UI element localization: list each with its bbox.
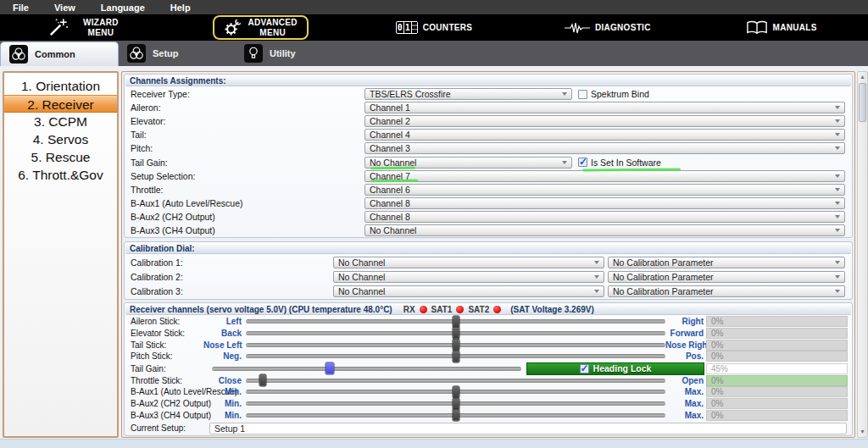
chevron-down-icon [835,147,840,150]
wand-icon [47,16,70,39]
receiver-type-dropdown[interactable]: TBS/ELRS Crossfire [364,88,572,100]
tab-utility[interactable]: Utility [236,41,354,66]
nav-advanced-menu[interactable]: ADVANCED MENU [174,14,348,41]
calibration-3-label: Calibration 3: [125,286,333,296]
tail-stick-label: Tail Stick: [125,340,203,350]
pitch-channel-dropdown[interactable]: Channel 3 [364,142,845,154]
sidebar-item-orientation[interactable]: 1. Orientation [4,77,117,95]
receiver-channels-group: Receiver channels (servo voltage 5.0V) (… [124,302,853,436]
sidebar-item-servos[interactable]: 4. Servos [4,130,117,148]
tail-stick-row: Tail Stick: Nose Left Nose Right 0% [125,339,852,351]
pitch-row: Pitch: Channel 3 [125,141,852,155]
pitch-stick-slider[interactable] [246,354,665,358]
b-aux1-slider[interactable] [246,390,665,394]
nav-manuals[interactable]: MANUALS [694,14,868,41]
calibration-2-channel-dropdown[interactable]: No Channel [333,271,604,283]
b-aux1-channel-dropdown[interactable]: Channel 8 [364,197,845,209]
calibration-3-channel-dropdown[interactable]: No Channel [333,285,604,297]
tab-common[interactable]: Common [0,41,119,66]
application-window: File View Language Help WIZARD MENU [0,0,868,448]
heading-lock-checkbox[interactable]: ✓ [580,364,589,373]
gear-wrench-icon [222,17,243,38]
b-aux3-value: 0% [706,410,848,421]
slider-handle[interactable] [452,350,459,362]
tab-utility-label: Utility [270,48,296,58]
calibration-1-channel-dropdown[interactable]: No Channel [333,257,604,268]
heading-lock-bar: ✓ Heading Lock [526,362,704,375]
nav-wizard-menu[interactable]: WIZARD MENU [0,14,174,41]
calibration-1-parameter-dropdown[interactable]: No Calibration Parameter [608,257,845,268]
spektrum-bind-label: Spektrum Bind [591,89,649,99]
channels-assignments-group: Channels Assignments: Receiver Type: TBS… [124,74,853,238]
menu-language[interactable]: Language [101,3,145,13]
throttle-stick-slider[interactable] [246,379,665,383]
elevator-stick-slider[interactable] [246,331,665,335]
menu-help[interactable]: Help [170,3,191,13]
calibration-dial-header: Calibration Dial: [125,243,851,254]
tail-channel-dropdown[interactable]: Channel 4 [364,129,845,141]
nav-counters[interactable]: 0 1 COUNTERS [348,14,521,41]
menu-file[interactable]: File [13,3,29,13]
setup-selection-row: Setup Selection: Channel 7 [125,169,852,183]
pitch-stick-label: Pitch Stick: [125,351,203,361]
b-aux3-slider[interactable] [246,413,665,418]
vertical-scrollbar[interactable]: ▲ ▼ [857,71,868,438]
elevator-label: Elevator: [125,116,364,126]
throttle-channel-dropdown[interactable]: Channel 6 [364,184,845,196]
current-setup-input[interactable]: Setup 1 [209,423,847,434]
setup-selection-dropdown[interactable]: Channel 7 [364,170,845,182]
pitch-max-label: Pos. [665,351,704,361]
menu-bar: File View Language Help [0,0,868,14]
chevron-down-icon [835,229,840,232]
calibration-3-parameter-dropdown[interactable]: No Calibration Parameter [608,285,845,297]
receiver-type-label: Receiver Type: [125,89,364,99]
tab-setup[interactable]: Setup [119,41,237,66]
tab-common-label: Common [35,49,75,59]
tail-gain-live-label: Tail Gain: [125,364,203,373]
spektrum-bind-checkbox[interactable]: ✓ [578,90,587,99]
scroll-up-arrow[interactable]: ▲ [858,72,867,82]
current-setup-label: Current Setup: [125,423,203,433]
chevron-down-icon [562,92,567,96]
slider-handle[interactable] [452,409,459,422]
b-aux2-slider[interactable] [246,401,665,406]
chevron-down-icon [835,261,840,264]
sidebar-item-rescue[interactable]: 5. Rescue [4,148,117,166]
b-aux2-value: 0% [706,398,848,409]
pitch-min-label: Neg. [203,351,242,361]
b-aux2-channel-dropdown[interactable]: Channel 8 [364,211,845,223]
elevator-channel-dropdown[interactable]: Channel 2 [364,115,845,127]
slider-handle[interactable] [259,374,266,387]
b-aux2-max-label: Max. [665,399,704,408]
tail-stick-slider[interactable] [246,343,665,347]
throttle-row: Throttle: Channel 6 [125,183,852,196]
chevron-down-icon [594,275,599,279]
aileron-stick-slider[interactable] [246,319,665,324]
aileron-stick-row: Aileron Stick: Left Right 0% [125,316,852,328]
chevron-down-icon [835,133,840,136]
tail-gain-slider[interactable] [212,367,521,371]
throttle-max-label: Open [665,376,704,385]
aileron-channel-dropdown[interactable]: Channel 1 [364,102,845,113]
advanced-menu-highlight: ADVANCED MENU [213,15,309,40]
nav-diagnostic[interactable]: DIAGNOSTIC [520,14,694,41]
sidebar-item-receiver[interactable]: 2. Receiver [4,95,117,113]
sidebar-item-ccpm[interactable]: 3. CCPM [4,113,117,130]
is-set-in-software-checkbox[interactable]: ✓ [578,158,587,167]
scrollbar-thumb[interactable] [859,83,866,122]
b-aux3-label: B-Aux3 (CH4 Output) [125,225,364,235]
receiver-channels-title: Receiver channels (servo voltage 5.0V) (… [130,304,392,315]
tail-gain-slider-handle[interactable] [325,362,334,375]
chevron-down-icon [835,174,840,178]
calibration-1-label: Calibration 1: [125,257,333,268]
b-aux3-channel-dropdown[interactable]: No Channel [364,224,845,236]
aileron-stick-label: Aileron Stick: [125,317,203,326]
b-aux1-min-label: Min. [203,387,242,396]
aileron-min-label: Left [203,317,242,326]
scroll-down-arrow[interactable]: ▼ [858,427,867,437]
menu-view[interactable]: View [54,3,75,13]
b-aux3-row: B-Aux3 (CH4 Output) No Channel [125,224,852,237]
counter-icon: 0 1 [396,21,418,34]
calibration-2-parameter-dropdown[interactable]: No Calibration Parameter [608,271,845,283]
sidebar-item-throttle-gov[interactable]: 6. Thrott.&Gov [4,166,117,184]
